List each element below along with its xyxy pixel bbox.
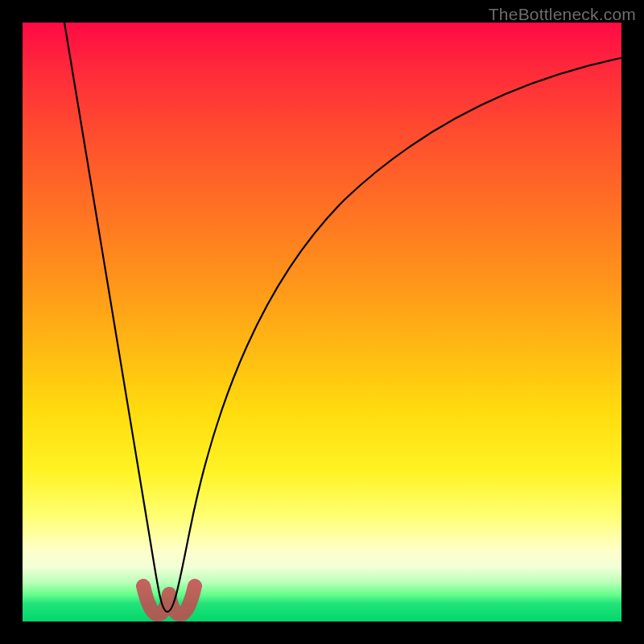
plot-area — [23, 23, 621, 621]
curve-svg — [23, 23, 621, 621]
bottleneck-curve — [64, 23, 621, 612]
watermark-text: TheBottleneck.com — [489, 5, 636, 24]
optimum-lobes — [143, 586, 195, 614]
chart-frame: TheBottleneck.com — [0, 0, 644, 644]
